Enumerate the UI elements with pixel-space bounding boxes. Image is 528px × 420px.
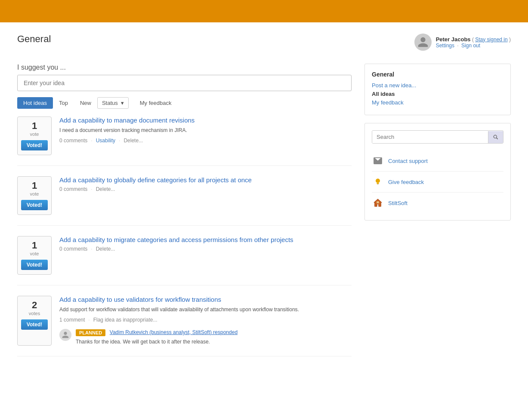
resp-text: Thanks for the idea. We will get back to… <box>76 338 352 346</box>
vote-box: 1 vote Voted! <box>17 176 52 215</box>
sidebar-action-feedback[interactable]: Give feedback <box>372 172 503 193</box>
vote-label: vote <box>30 251 39 256</box>
flag-link[interactable]: Flag idea as inappropriate... <box>93 317 157 323</box>
idea-title[interactable]: Add a capability to globally define cate… <box>59 176 352 184</box>
sidebar-actions-box: Contact support Give feedback <box>364 123 511 221</box>
sidebar-general-box: General Post a new idea... All ideas My … <box>364 64 511 115</box>
idea-card: 2 votes Voted! Add a capability to use v… <box>17 296 352 356</box>
lightbulb-icon <box>372 176 384 188</box>
user-info: Peter Jacobs ( Stay signed in ) Settings… <box>436 36 511 49</box>
vote-label: votes <box>29 311 40 316</box>
house-icon <box>372 197 384 209</box>
idea-meta: 0 comments · Usability · Delete... <box>59 138 352 144</box>
envelope-icon <box>372 155 384 167</box>
resp-user-icon <box>62 331 69 339</box>
stay-signed-in-link[interactable]: Stay signed in <box>475 37 507 43</box>
idea-content: Add a capability to manage document revi… <box>59 116 352 155</box>
sidebar-post-new-idea[interactable]: Post a new idea... <box>372 82 503 89</box>
settings-link[interactable]: Settings <box>436 43 454 49</box>
idea-desc: Add support for workflow validators that… <box>59 306 352 313</box>
search-input[interactable] <box>372 131 488 143</box>
resp-header: PLANNED Vadim Rutkevich (business analys… <box>76 329 352 336</box>
delete-link[interactable]: Delete... <box>96 246 115 252</box>
voted-button[interactable]: Voted! <box>21 200 48 210</box>
resp-author[interactable]: Vadim Rutkevich (business analyst, Stilt… <box>110 329 238 335</box>
idea-content: Add a capability to globally define cate… <box>59 176 352 215</box>
idea-card: 1 vote Voted! Add a capability to global… <box>17 176 352 226</box>
tab-hot-ideas[interactable]: Hot ideas <box>17 97 53 109</box>
idea-card: 1 vote Voted! Add a capability to manage… <box>17 116 352 166</box>
svg-point-1 <box>376 179 380 183</box>
vote-label: vote <box>30 132 39 137</box>
chevron-down-icon: ▾ <box>121 100 124 106</box>
sidebar-section-title: General <box>372 71 503 78</box>
idea-tag[interactable]: Usability <box>96 138 115 144</box>
sidebar-action-stiltsoft[interactable]: StiltSoft <box>372 193 503 213</box>
search-button[interactable] <box>488 131 503 143</box>
svg-rect-5 <box>377 201 379 203</box>
voted-button[interactable]: Voted! <box>21 260 48 270</box>
delete-link[interactable]: Delete... <box>96 186 115 192</box>
tab-status[interactable]: Status ▾ <box>97 97 129 109</box>
sidebar-action-contact[interactable]: Contact support <box>372 150 503 172</box>
search-row <box>372 130 503 144</box>
tabs-bar: Hot ideas Top New Status ▾ My feedback <box>17 97 352 109</box>
page-title: General <box>17 34 414 45</box>
idea-content: Add a capability to migrate categories a… <box>59 236 352 275</box>
vote-box: 1 vote Voted! <box>17 116 52 155</box>
give-feedback-label[interactable]: Give feedback <box>388 179 424 185</box>
suggest-label: I suggest you ... <box>17 64 352 71</box>
planned-badge: PLANNED <box>76 329 105 336</box>
main-column: I suggest you ... Hot ideas Top New Stat… <box>17 64 352 367</box>
tab-new[interactable]: New <box>74 97 97 109</box>
voted-button[interactable]: Voted! <box>21 319 48 330</box>
idea-desc: I need a document version tracking mecha… <box>59 126 352 134</box>
vote-count: 1 <box>32 121 37 131</box>
vote-count: 1 <box>32 181 37 190</box>
idea-title[interactable]: Add a capability to migrate categories a… <box>59 236 352 243</box>
sidebar-my-feedback[interactable]: My feedback <box>372 99 503 106</box>
vote-count: 1 <box>32 241 37 250</box>
delete-link[interactable]: Delete... <box>124 138 143 144</box>
resp-avatar <box>59 329 71 341</box>
comments-link[interactable]: 0 comments <box>59 246 87 252</box>
vote-box: 1 vote Voted! <box>17 236 52 275</box>
svg-rect-3 <box>377 184 378 185</box>
comments-link[interactable]: 0 comments <box>59 138 87 144</box>
user-name: Peter Jacobs <box>436 36 471 43</box>
idea-meta: 0 comments · Delete... <box>59 246 352 252</box>
vote-label: vote <box>30 191 39 196</box>
sidebar-all-ideas: All ideas <box>372 91 503 97</box>
idea-meta: 0 comments · Delete... <box>59 186 352 192</box>
user-header: Peter Jacobs ( Stay signed in ) Settings… <box>414 29 511 51</box>
response-block: PLANNED Vadim Rutkevich (business analys… <box>59 329 352 346</box>
top-banner <box>0 0 528 22</box>
search-icon <box>493 134 499 140</box>
vote-box: 2 votes Voted! <box>17 296 52 346</box>
comments-link[interactable]: 1 comment <box>59 317 85 323</box>
contact-support-label[interactable]: Contact support <box>388 158 428 164</box>
idea-meta: 1 comment · Flag idea as inappropriate..… <box>59 317 352 323</box>
idea-card: 1 vote Voted! Add a capability to migrat… <box>17 236 352 285</box>
idea-content: Add a capability to use validators for w… <box>59 296 352 346</box>
user-icon <box>417 36 429 48</box>
stiltsoft-label[interactable]: StiltSoft <box>388 200 408 206</box>
comments-link[interactable]: 0 comments <box>59 186 87 192</box>
voted-button[interactable]: Voted! <box>21 140 48 150</box>
tab-top[interactable]: Top <box>53 97 74 109</box>
avatar <box>414 34 432 51</box>
svg-rect-2 <box>377 183 379 184</box>
sidebar: General Post a new idea... All ideas My … <box>364 64 511 367</box>
idea-title[interactable]: Add a capability to manage document revi… <box>59 116 352 124</box>
idea-input[interactable] <box>17 75 352 91</box>
idea-title[interactable]: Add a capability to use validators for w… <box>59 296 352 303</box>
sign-out-link[interactable]: Sign out <box>461 43 480 49</box>
tab-my-feedback[interactable]: My feedback <box>134 97 178 109</box>
vote-count: 2 <box>32 300 37 310</box>
resp-content: PLANNED Vadim Rutkevich (business analys… <box>76 329 352 346</box>
